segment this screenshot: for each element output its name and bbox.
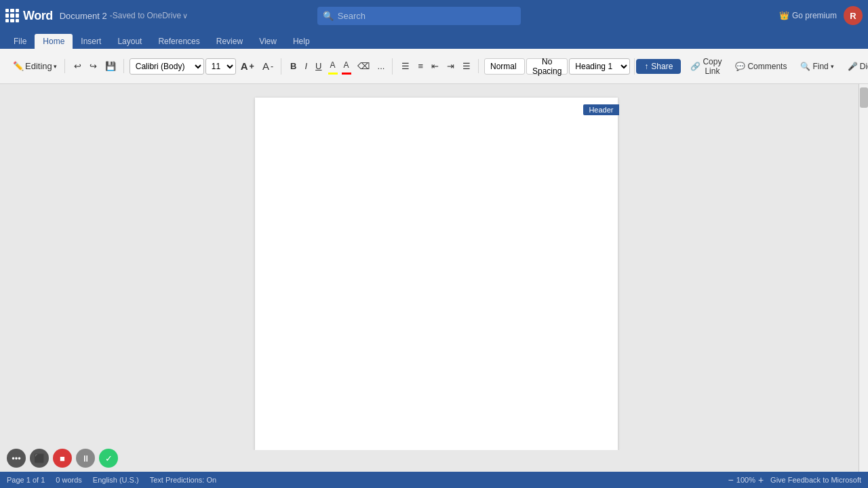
highlight-swatch <box>328 73 338 75</box>
bullet-list-button[interactable]: ☰ <box>398 59 413 73</box>
increase-indent-button[interactable]: ⇥ <box>443 59 458 73</box>
font-group: Calibri (Body) 11 A+ A- <box>125 58 281 75</box>
search-input[interactable] <box>317 7 521 25</box>
undoredo-group: ↩ ↪ 💾 <box>66 59 124 73</box>
recording-overlay: ••• ⬛ ■ ⏸ ✓ <box>7 449 118 468</box>
highlight-color-group: A <box>327 58 339 75</box>
comments-button[interactable]: 💬 Comments <box>731 60 791 73</box>
copy-link-button[interactable]: 🔗 Copy Link <box>686 55 726 78</box>
doc-title: Document 2 <box>60 11 107 21</box>
word-logo: Word <box>23 9 53 23</box>
onedrive-chevron[interactable]: ∨ <box>182 12 188 20</box>
zoom-out-button[interactable]: − <box>728 474 734 485</box>
font-color-swatch <box>342 73 351 75</box>
recording-pause-button[interactable]: ⏸ <box>76 449 95 468</box>
crown-icon: 👑 <box>779 11 789 20</box>
app-icon-area: Word <box>5 9 53 23</box>
text-predictions: Text Predictions: On <box>150 476 216 484</box>
align-button[interactable]: ☰ <box>459 59 474 73</box>
font-color-button[interactable]: A <box>340 58 353 72</box>
go-premium-button[interactable]: 👑 Go premium <box>779 11 837 20</box>
find-icon: 🔍 <box>800 62 810 71</box>
recording-done-button[interactable]: ✓ <box>99 449 118 468</box>
undo-button[interactable]: ↩ <box>71 59 85 73</box>
editing-chevron-icon: ▾ <box>54 63 57 70</box>
comment-icon: 💬 <box>735 62 745 71</box>
pencil-icon: ✏️ <box>13 61 24 71</box>
waffle-icon[interactable] <box>5 9 19 22</box>
find-button[interactable]: 🔍 Find ▾ <box>796 60 837 73</box>
recording-stop-button[interactable]: ■ <box>53 449 72 468</box>
redo-button[interactable]: ↪ <box>86 59 100 73</box>
clear-format-button[interactable]: ⌫ <box>354 59 373 73</box>
dictate-button[interactable]: 🎤 Dictate ▾ <box>844 60 868 73</box>
tab-home[interactable]: Home <box>35 34 73 49</box>
status-bar: Page 1 of 1 0 words English (U.S.) Text … <box>0 472 868 488</box>
font-size-select[interactable]: 11 <box>205 58 236 75</box>
ribbon: ✏️ Editing ▾ ↩ ↪ 💾 Calibri (Body) 11 A+ … <box>0 49 868 84</box>
user-avatar[interactable]: R <box>844 6 863 25</box>
style-normal[interactable]: Normal <box>484 58 525 75</box>
word-count: 0 words <box>56 476 82 484</box>
dictate-icon: 🎤 <box>848 62 858 71</box>
text-format-group: B I U A A ⌫ ... <box>283 58 393 75</box>
find-chevron: ▾ <box>831 63 834 70</box>
zoom-level: 100% <box>736 476 755 484</box>
language: English (U.S.) <box>93 476 139 484</box>
decrease-indent-button[interactable]: ⇤ <box>428 59 442 73</box>
link-icon: 🔗 <box>690 62 701 71</box>
zoom-controls: − 100% + <box>728 474 764 485</box>
editing-group: ✏️ Editing ▾ <box>5 59 65 73</box>
styles-group: Normal No Spacing Heading 1 <box>480 58 635 75</box>
zoom-in-button[interactable]: + <box>758 474 764 485</box>
heading-select[interactable]: Heading 1 <box>569 58 630 75</box>
scroll-thumb[interactable] <box>860 87 868 108</box>
tab-review[interactable]: Review <box>208 34 251 49</box>
recording-more-button[interactable]: ••• <box>7 449 26 468</box>
recording-screen-button[interactable]: ⬛ <box>30 449 49 468</box>
font-color-group: A <box>340 58 353 75</box>
title-bar: Word Document 2 - Saved to OneDrive ∨ 🔍 … <box>0 0 868 31</box>
search-wrapper: 🔍 <box>317 7 521 25</box>
italic-button[interactable]: I <box>301 59 311 73</box>
scrollbar[interactable] <box>859 84 868 472</box>
highlight-button[interactable]: A <box>327 58 339 72</box>
share-button[interactable]: ↑ Share <box>636 59 681 74</box>
numbered-list-button[interactable]: ≡ <box>414 59 427 73</box>
bold-button[interactable]: B <box>287 59 300 73</box>
font-family-select[interactable]: Calibri (Body) <box>130 58 204 75</box>
feedback-link[interactable]: Give Feedback to Microsoft <box>770 476 861 484</box>
document-area[interactable]: Header <box>14 84 859 450</box>
list-group: ☰ ≡ ⇤ ⇥ ☰ <box>394 59 479 73</box>
document-page[interactable]: Header <box>255 98 618 450</box>
tab-layout[interactable]: Layout <box>109 34 150 49</box>
more-format-button[interactable]: ... <box>374 59 389 73</box>
tab-file[interactable]: File <box>5 34 35 49</box>
tab-view[interactable]: View <box>251 34 285 49</box>
tab-references[interactable]: References <box>150 34 208 49</box>
editing-mode-button[interactable]: ✏️ Editing ▾ <box>9 59 60 73</box>
save-status: Saved to OneDrive <box>113 11 181 20</box>
ribbon-right-actions: ↑ Share 🔗 Copy Link 💬 Comments 🔍 Find ▾ … <box>636 55 868 78</box>
font-decrease-button[interactable]: A- <box>259 58 277 74</box>
save-quick-button[interactable]: 💾 <box>102 59 119 73</box>
page-info: Page 1 of 1 <box>7 476 45 484</box>
underline-button[interactable]: U <box>312 59 325 73</box>
header-label: Header <box>583 104 618 115</box>
share-icon: ↑ <box>644 62 648 71</box>
ribbon-tabs: File Home Insert Layout References Revie… <box>0 31 868 49</box>
status-right: − 100% + Give Feedback to Microsoft <box>728 474 861 485</box>
tab-insert[interactable]: Insert <box>73 34 109 49</box>
tab-help[interactable]: Help <box>285 34 318 49</box>
font-increase-button[interactable]: A+ <box>237 58 258 74</box>
right-actions: 👑 Go premium R <box>779 6 863 25</box>
left-margin <box>0 84 14 472</box>
style-no-spacing[interactable]: No Spacing <box>526 58 568 75</box>
search-icon: 🔍 <box>323 11 334 21</box>
